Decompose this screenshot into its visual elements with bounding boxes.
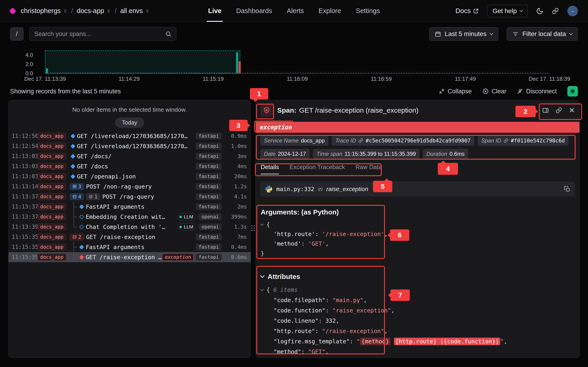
tab-details[interactable]: Details [261, 164, 279, 173]
nav-tab-dashboards[interactable]: Dashboards [236, 0, 272, 22]
app-tag[interactable]: docs_app [37, 203, 66, 210]
breadcrumb-project[interactable]: docs-app [77, 7, 111, 15]
span-row[interactable]: 11:13:39docs_appChat Completion with '…L… [9, 222, 251, 232]
framework-tag[interactable]: fastapi [196, 183, 222, 190]
span-row[interactable]: 11:13:14docs_app⊞3POST /non-rag-queryfas… [9, 181, 251, 192]
app-tag[interactable]: docs_app [37, 244, 66, 250]
framework-tag[interactable]: fastapi [196, 234, 222, 240]
live-indicator-button[interactable] [567, 86, 578, 97]
link-icon[interactable] [503, 138, 509, 143]
breadcrumb-env[interactable]: all envs [120, 7, 150, 15]
disconnect-button[interactable]: Disconnect [517, 88, 557, 95]
framework-tag[interactable]: fastapi [196, 153, 222, 160]
share-link-icon[interactable] [552, 7, 559, 15]
panel-layout-icon[interactable] [542, 107, 549, 114]
framework-tag[interactable]: fastapi [196, 133, 222, 140]
collapse-button[interactable]: Collapse [439, 88, 472, 95]
copy-link-icon[interactable] [555, 107, 562, 114]
source-file[interactable]: main.py:332 [276, 186, 314, 192]
copy-icon[interactable] [564, 186, 570, 192]
framework-tag[interactable]: fastapi [196, 173, 222, 180]
x-axis-label: 11:14:29 [119, 76, 140, 82]
panel-resize-handle[interactable] [251, 225, 254, 233]
app-tag[interactable]: docs_app [37, 143, 66, 150]
nav-tab-explore[interactable]: Explore [319, 0, 341, 22]
hidden-children-badge[interactable]: ⊘1 [86, 193, 100, 200]
row-duration: 0.6ms [225, 254, 247, 260]
expanded-error-children-badge[interactable]: ⊟2 [70, 234, 84, 240]
span-row[interactable]: 11:12:54docs_appGET /livereload/12703636… [9, 141, 251, 151]
row-duration: 20ms [225, 173, 247, 179]
get-help-button[interactable]: Get help [487, 5, 528, 17]
code-line: "code.lineno": 332, [261, 316, 574, 326]
span-row[interactable]: 11:12:50docs_appGET /livereload/12703636… [9, 131, 251, 141]
span-row[interactable]: 11:15:35docs_appGET /raise-exception …ex… [9, 252, 251, 262]
exception-tag[interactable]: exception [162, 254, 194, 261]
span-name: Embedding Creation wit… [86, 214, 165, 220]
llm-badge[interactable]: LLM [177, 213, 196, 220]
chart-selection[interactable] [45, 50, 240, 73]
span-row[interactable]: 11:13:37docs_app⊟4⊘1POST /rag-queryfasta… [9, 192, 251, 202]
chevron-down-icon[interactable] [260, 222, 264, 226]
framework-tag[interactable]: fastapi [196, 143, 222, 150]
llm-badge[interactable]: LLM [177, 223, 196, 230]
avatar[interactable]: - [567, 6, 578, 16]
framework-tag[interactable]: openai [199, 213, 222, 220]
search-input[interactable] [34, 31, 162, 38]
close-icon[interactable]: ✕ [569, 107, 575, 114]
link-icon[interactable] [358, 138, 363, 143]
app-tag[interactable]: docs_app [37, 163, 66, 170]
span-row[interactable]: 11:15:35docs_app⊟2GET /raise-exceptionfa… [9, 232, 251, 242]
nav-tab-alerts[interactable]: Alerts [287, 0, 304, 22]
app-tag[interactable]: docs_app [37, 223, 66, 230]
time-range-button[interactable]: Last 5 minutes [429, 27, 498, 41]
breadcrumb-separator: / [71, 7, 73, 15]
framework-tag[interactable]: fastapi [196, 254, 222, 261]
filter-button[interactable]: Filter local data [507, 27, 578, 41]
code-token: : [315, 328, 322, 334]
breadcrumb-org[interactable]: christophergs [21, 7, 68, 15]
app-tag[interactable]: docs_app [37, 173, 66, 180]
attributes-heading[interactable]: Attributes [256, 272, 579, 282]
row-timestamp: 11:15:35 [12, 234, 37, 240]
row-timestamp: 11:12:50 [12, 133, 37, 139]
collapsed-children-badge[interactable]: ⊞3 [70, 183, 84, 190]
app-tag[interactable]: docs_app [37, 193, 66, 200]
span-row[interactable]: 11:15:35docs_appFastAPI argumentsfastapi… [9, 242, 251, 252]
date-pill[interactable]: Today [115, 117, 144, 128]
clear-button[interactable]: Clear [482, 88, 506, 95]
span-row[interactable]: 11:13:03docs_appGET /docs/fastapi3ms [9, 151, 251, 161]
chart-plot-area[interactable] [45, 45, 549, 73]
tab-exception-traceback[interactable]: Exception Traceback [289, 164, 345, 173]
span-name: GET /livereload/1270363685/1270… [77, 133, 188, 140]
empty-notice: No older items in the selected time wind… [9, 106, 251, 113]
tab-raw-data[interactable]: Raw Data [355, 164, 382, 173]
dark-mode-icon[interactable] [536, 7, 544, 15]
framework-tag[interactable]: fastapi [196, 163, 222, 170]
code-token: "/raise-exception" [322, 328, 384, 334]
app-tag[interactable]: docs_app [37, 183, 66, 190]
span-row[interactable]: 11:13:37docs_appFastAPI argumentsfastapi… [9, 202, 251, 212]
tree-connector [70, 202, 78, 212]
framework-tag[interactable]: fastapi [196, 193, 222, 200]
app-tag[interactable]: docs_app [37, 213, 66, 220]
expanded-children-badge[interactable]: ⊟4 [70, 193, 84, 200]
nav-tab-settings[interactable]: Settings [356, 0, 380, 22]
nav-tab-live[interactable]: Live [208, 0, 221, 22]
span-row[interactable]: 11:13:03docs_appGET /docsfastapi4ms [9, 161, 251, 171]
span-name: GET /raise-exception [86, 234, 155, 240]
chevron-down-icon[interactable] [260, 288, 264, 291]
logfire-logo-icon[interactable] [9, 7, 16, 15]
span-row[interactable]: 11:13:03docs_appGET /openapi.jsonfastapi… [9, 171, 251, 181]
collapse-icon [439, 88, 445, 94]
app-tag[interactable]: docs_app [37, 234, 66, 240]
docs-link[interactable]: Docs [456, 7, 479, 15]
framework-tag[interactable]: fastapi [196, 244, 222, 250]
app-tag[interactable]: docs_app [37, 254, 66, 261]
app-tag[interactable]: docs_app [37, 133, 66, 140]
framework-tag[interactable]: fastapi [196, 203, 222, 210]
framework-tag[interactable]: openai [199, 223, 222, 230]
app-tag[interactable]: docs_app [37, 153, 66, 160]
span-row[interactable]: 11:13:37docs_appEmbedding Creation wit…L… [9, 212, 251, 222]
source-function: raise_exception [326, 186, 368, 193]
